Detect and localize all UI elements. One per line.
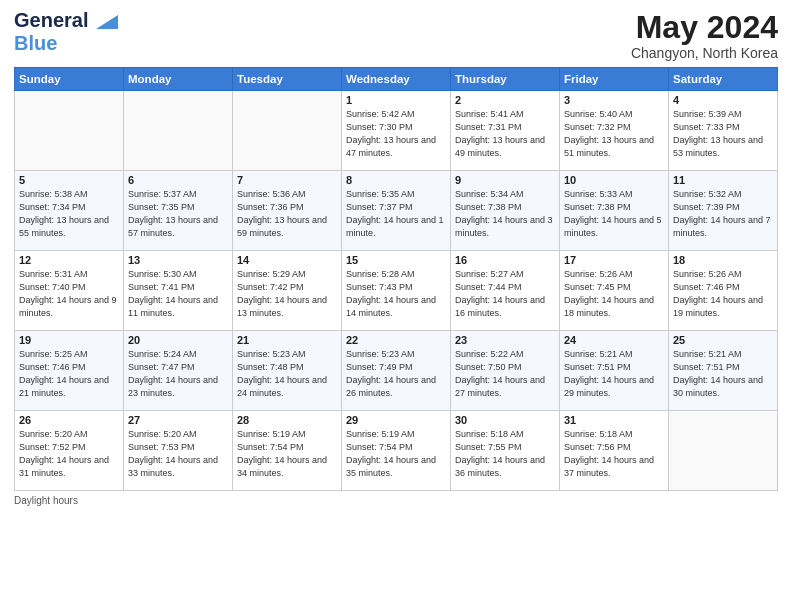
day-info: Sunrise: 5:38 AMSunset: 7:34 PMDaylight:… bbox=[19, 188, 119, 240]
table-row: 25Sunrise: 5:21 AMSunset: 7:51 PMDayligh… bbox=[669, 331, 778, 411]
day-number: 22 bbox=[346, 334, 446, 346]
table-row: 26Sunrise: 5:20 AMSunset: 7:52 PMDayligh… bbox=[15, 411, 124, 491]
day-info: Sunrise: 5:21 AMSunset: 7:51 PMDaylight:… bbox=[564, 348, 664, 400]
header-thursday: Thursday bbox=[451, 68, 560, 91]
day-info: Sunrise: 5:23 AMSunset: 7:49 PMDaylight:… bbox=[346, 348, 446, 400]
header: General Blue May 2024 Changyon, North Ko… bbox=[14, 10, 778, 61]
header-wednesday: Wednesday bbox=[342, 68, 451, 91]
calendar-week-row: 12Sunrise: 5:31 AMSunset: 7:40 PMDayligh… bbox=[15, 251, 778, 331]
day-info: Sunrise: 5:42 AMSunset: 7:30 PMDaylight:… bbox=[346, 108, 446, 160]
day-info: Sunrise: 5:22 AMSunset: 7:50 PMDaylight:… bbox=[455, 348, 555, 400]
svg-marker-0 bbox=[96, 15, 118, 29]
logo-icon bbox=[96, 12, 118, 32]
day-number: 2 bbox=[455, 94, 555, 106]
table-row: 9Sunrise: 5:34 AMSunset: 7:38 PMDaylight… bbox=[451, 171, 560, 251]
day-info: Sunrise: 5:41 AMSunset: 7:31 PMDaylight:… bbox=[455, 108, 555, 160]
day-info: Sunrise: 5:34 AMSunset: 7:38 PMDaylight:… bbox=[455, 188, 555, 240]
day-info: Sunrise: 5:33 AMSunset: 7:38 PMDaylight:… bbox=[564, 188, 664, 240]
table-row: 17Sunrise: 5:26 AMSunset: 7:45 PMDayligh… bbox=[560, 251, 669, 331]
day-info: Sunrise: 5:20 AMSunset: 7:52 PMDaylight:… bbox=[19, 428, 119, 480]
header-friday: Friday bbox=[560, 68, 669, 91]
day-number: 5 bbox=[19, 174, 119, 186]
calendar-week-row: 26Sunrise: 5:20 AMSunset: 7:52 PMDayligh… bbox=[15, 411, 778, 491]
day-number: 16 bbox=[455, 254, 555, 266]
table-row: 8Sunrise: 5:35 AMSunset: 7:37 PMDaylight… bbox=[342, 171, 451, 251]
day-info: Sunrise: 5:26 AMSunset: 7:46 PMDaylight:… bbox=[673, 268, 773, 320]
day-number: 20 bbox=[128, 334, 228, 346]
table-row: 21Sunrise: 5:23 AMSunset: 7:48 PMDayligh… bbox=[233, 331, 342, 411]
table-row: 11Sunrise: 5:32 AMSunset: 7:39 PMDayligh… bbox=[669, 171, 778, 251]
day-number: 26 bbox=[19, 414, 119, 426]
table-row: 23Sunrise: 5:22 AMSunset: 7:50 PMDayligh… bbox=[451, 331, 560, 411]
day-info: Sunrise: 5:31 AMSunset: 7:40 PMDaylight:… bbox=[19, 268, 119, 320]
day-number: 28 bbox=[237, 414, 337, 426]
day-number: 9 bbox=[455, 174, 555, 186]
table-row: 15Sunrise: 5:28 AMSunset: 7:43 PMDayligh… bbox=[342, 251, 451, 331]
table-row: 2Sunrise: 5:41 AMSunset: 7:31 PMDaylight… bbox=[451, 91, 560, 171]
table-row: 29Sunrise: 5:19 AMSunset: 7:54 PMDayligh… bbox=[342, 411, 451, 491]
daylight-label: Daylight hours bbox=[14, 495, 78, 506]
table-row: 5Sunrise: 5:38 AMSunset: 7:34 PMDaylight… bbox=[15, 171, 124, 251]
table-row bbox=[233, 91, 342, 171]
logo: General Blue bbox=[14, 10, 118, 54]
table-row: 1Sunrise: 5:42 AMSunset: 7:30 PMDaylight… bbox=[342, 91, 451, 171]
day-number: 1 bbox=[346, 94, 446, 106]
table-row: 19Sunrise: 5:25 AMSunset: 7:46 PMDayligh… bbox=[15, 331, 124, 411]
day-info: Sunrise: 5:40 AMSunset: 7:32 PMDaylight:… bbox=[564, 108, 664, 160]
table-row: 10Sunrise: 5:33 AMSunset: 7:38 PMDayligh… bbox=[560, 171, 669, 251]
day-number: 6 bbox=[128, 174, 228, 186]
day-info: Sunrise: 5:27 AMSunset: 7:44 PMDaylight:… bbox=[455, 268, 555, 320]
day-info: Sunrise: 5:26 AMSunset: 7:45 PMDaylight:… bbox=[564, 268, 664, 320]
day-number: 24 bbox=[564, 334, 664, 346]
day-info: Sunrise: 5:39 AMSunset: 7:33 PMDaylight:… bbox=[673, 108, 773, 160]
day-number: 12 bbox=[19, 254, 119, 266]
calendar-header-row: Sunday Monday Tuesday Wednesday Thursday… bbox=[15, 68, 778, 91]
day-number: 10 bbox=[564, 174, 664, 186]
calendar-week-row: 19Sunrise: 5:25 AMSunset: 7:46 PMDayligh… bbox=[15, 331, 778, 411]
day-number: 18 bbox=[673, 254, 773, 266]
day-info: Sunrise: 5:32 AMSunset: 7:39 PMDaylight:… bbox=[673, 188, 773, 240]
table-row: 3Sunrise: 5:40 AMSunset: 7:32 PMDaylight… bbox=[560, 91, 669, 171]
day-info: Sunrise: 5:35 AMSunset: 7:37 PMDaylight:… bbox=[346, 188, 446, 240]
table-row: 30Sunrise: 5:18 AMSunset: 7:55 PMDayligh… bbox=[451, 411, 560, 491]
day-number: 13 bbox=[128, 254, 228, 266]
table-row: 14Sunrise: 5:29 AMSunset: 7:42 PMDayligh… bbox=[233, 251, 342, 331]
day-info: Sunrise: 5:21 AMSunset: 7:51 PMDaylight:… bbox=[673, 348, 773, 400]
day-number: 21 bbox=[237, 334, 337, 346]
table-row: 22Sunrise: 5:23 AMSunset: 7:49 PMDayligh… bbox=[342, 331, 451, 411]
title-block: May 2024 Changyon, North Korea bbox=[631, 10, 778, 61]
day-number: 7 bbox=[237, 174, 337, 186]
table-row: 7Sunrise: 5:36 AMSunset: 7:36 PMDaylight… bbox=[233, 171, 342, 251]
day-info: Sunrise: 5:18 AMSunset: 7:56 PMDaylight:… bbox=[564, 428, 664, 480]
table-row bbox=[15, 91, 124, 171]
day-info: Sunrise: 5:37 AMSunset: 7:35 PMDaylight:… bbox=[128, 188, 228, 240]
day-info: Sunrise: 5:29 AMSunset: 7:42 PMDaylight:… bbox=[237, 268, 337, 320]
table-row: 13Sunrise: 5:30 AMSunset: 7:41 PMDayligh… bbox=[124, 251, 233, 331]
table-row: 6Sunrise: 5:37 AMSunset: 7:35 PMDaylight… bbox=[124, 171, 233, 251]
table-row: 16Sunrise: 5:27 AMSunset: 7:44 PMDayligh… bbox=[451, 251, 560, 331]
header-sunday: Sunday bbox=[15, 68, 124, 91]
table-row: 31Sunrise: 5:18 AMSunset: 7:56 PMDayligh… bbox=[560, 411, 669, 491]
header-monday: Monday bbox=[124, 68, 233, 91]
day-info: Sunrise: 5:36 AMSunset: 7:36 PMDaylight:… bbox=[237, 188, 337, 240]
table-row bbox=[669, 411, 778, 491]
logo-general: General bbox=[14, 9, 88, 31]
day-number: 11 bbox=[673, 174, 773, 186]
day-number: 17 bbox=[564, 254, 664, 266]
day-number: 29 bbox=[346, 414, 446, 426]
footer: Daylight hours bbox=[14, 495, 778, 506]
day-number: 14 bbox=[237, 254, 337, 266]
logo-blue: Blue bbox=[14, 32, 57, 54]
day-number: 25 bbox=[673, 334, 773, 346]
day-number: 4 bbox=[673, 94, 773, 106]
day-number: 23 bbox=[455, 334, 555, 346]
day-info: Sunrise: 5:25 AMSunset: 7:46 PMDaylight:… bbox=[19, 348, 119, 400]
table-row: 27Sunrise: 5:20 AMSunset: 7:53 PMDayligh… bbox=[124, 411, 233, 491]
calendar-week-row: 1Sunrise: 5:42 AMSunset: 7:30 PMDaylight… bbox=[15, 91, 778, 171]
day-number: 27 bbox=[128, 414, 228, 426]
table-row: 20Sunrise: 5:24 AMSunset: 7:47 PMDayligh… bbox=[124, 331, 233, 411]
day-info: Sunrise: 5:20 AMSunset: 7:53 PMDaylight:… bbox=[128, 428, 228, 480]
table-row bbox=[124, 91, 233, 171]
day-number: 8 bbox=[346, 174, 446, 186]
day-number: 31 bbox=[564, 414, 664, 426]
